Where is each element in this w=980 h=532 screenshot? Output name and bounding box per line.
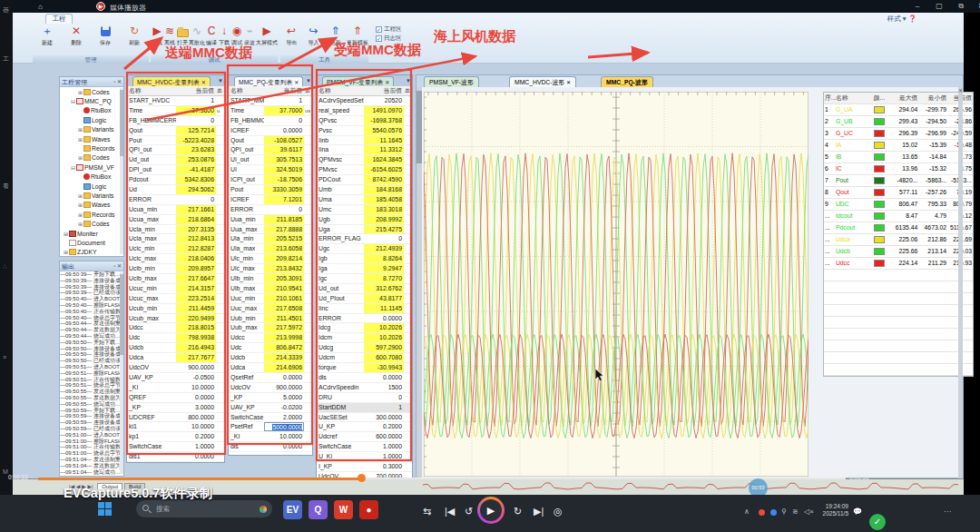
variable-row-Uclc_min[interactable]: Uclc_min212.8287 (127, 244, 224, 254)
variable-row-Udcm[interactable]: Udcm600.7080 (317, 353, 412, 363)
panel-tab[interactable]: MMC_PQ-变量列表✕ (234, 76, 303, 86)
variable-value[interactable]: 207.3135 (176, 225, 216, 234)
ribbon-button-新建[interactable]: ＋新建 (33, 25, 62, 54)
variable-row-ERROR[interactable]: ERROR0 (229, 205, 312, 215)
variable-row-Pout[interactable]: Pout-5223.4028 (127, 136, 224, 146)
tree-expander-icon[interactable]: ⊞ (77, 202, 83, 208)
variable-value[interactable]: 216.4943 (176, 343, 216, 352)
variable-row-PMvsc[interactable]: PMvsc-6154.6025 (317, 165, 412, 175)
taskbar-icon-netease[interactable]: ● (359, 500, 378, 519)
variable-row-Udcg[interactable]: Udcg597.2900 (317, 343, 412, 353)
wave-tab-MMC_HVDC-波形[interactable]: MMC_HVDC-波形 ✕ (509, 76, 576, 87)
legend-row-IA[interactable]: 4IA15.02-15.39-10.48 (824, 140, 973, 152)
variable-row-U_KP[interactable]: U_KP0.2000 (317, 422, 412, 432)
variable-row-Uuc_max[interactable]: Uuc_max217.6508 (229, 304, 312, 314)
variable-value[interactable]: 900.0000 (176, 363, 216, 372)
waveform-plot[interactable] (424, 92, 808, 477)
tree-item-MMC_PQ[interactable]: ⊟MMC_PQ (60, 96, 123, 105)
tray-clock[interactable]: 19:24:092025/11/5 (818, 503, 848, 517)
variable-row-START_HVDC[interactable]: START_HVDC1 (127, 96, 224, 106)
tree-item-Records[interactable]: Records (60, 143, 123, 153)
variable-row-Uclb_max[interactable]: Uclb_max217.6647 (127, 274, 224, 284)
minimize-button[interactable]: – (909, 1, 926, 12)
variable-row-SwitchCase[interactable]: SwitchCase1.0000 (127, 442, 224, 452)
variable-value[interactable]: 1 (364, 403, 404, 412)
variable-value[interactable]: 43.8177 (364, 294, 404, 303)
variable-row-_KP[interactable]: _KP3.0000 (127, 403, 224, 413)
variable-row-PsetRef[interactable]: PsetRef5000.0000 (229, 422, 312, 432)
variable-row-SwitchCase[interactable]: SwitchCase1.0000 (317, 442, 412, 452)
restore-button[interactable]: ▢ (931, 1, 947, 12)
variable-value[interactable]: 0.0000 (176, 452, 216, 461)
variable-value[interactable]: 8742.4590 (364, 175, 404, 184)
variable-value[interactable]: 0 (364, 234, 404, 243)
variable-value[interactable]: 798.9938 (176, 333, 216, 342)
checkbox-工程区[interactable]: ✓工程区 (376, 25, 402, 34)
variable-row-Udc[interactable]: Udc798.9938 (127, 333, 224, 343)
variable-row-kp1[interactable]: kp10.2000 (127, 432, 224, 442)
variable-row-Ulb_min[interactable]: Ulb_min205.3091 (229, 274, 312, 284)
variable-value[interactable]: 217.7677 (176, 353, 216, 362)
style-dropdown[interactable]: 样式 ▾ ❓ (887, 15, 916, 24)
variable-value[interactable]: -41.4187 (176, 165, 216, 174)
variable-value[interactable]: 210.9541 (264, 284, 304, 293)
variable-value[interactable]: 10.0000 (176, 422, 216, 431)
tree-expander-icon[interactable]: ⊞ (63, 249, 69, 255)
variable-value[interactable]: 20520 (364, 96, 404, 105)
variable-value[interactable]: 900.0000 (264, 383, 304, 392)
taskbar-search[interactable]: 搜索 (136, 500, 272, 517)
variable-value[interactable]: 208.9992 (364, 215, 404, 224)
variable-value[interactable]: 1.0000 (364, 442, 404, 451)
variable-value[interactable]: 1.0000 (364, 452, 404, 461)
variable-row-QPI_out[interactable]: QPI_out23.6283 (127, 145, 224, 155)
variable-row-Ucla_max[interactable]: Ucla_max212.8413 (127, 234, 224, 244)
variable-row-Udcref[interactable]: Udcref600.0000 (317, 432, 412, 442)
variable-value[interactable]: 7.1201 (264, 195, 304, 204)
variable-row-U_Ki[interactable]: U_Ki1.0000 (317, 452, 412, 462)
wave-tab-MMC_PQ-波形[interactable]: MMC_PQ-波形 (601, 76, 653, 87)
tray-chevron-icon[interactable]: ∧ (744, 507, 750, 516)
variable-value[interactable]: 300.0000 (364, 413, 404, 422)
tree-expander-icon[interactable]: ⊞ (77, 212, 83, 218)
legend-row-Udca[interactable]: ...Udca225.06212.86221.69 (824, 234, 973, 246)
variable-row-Igc[interactable]: Igc8.7270 (317, 274, 412, 284)
tray-av-icon[interactable] (759, 509, 765, 516)
legend-row-G_UB[interactable]: 2G_UB299.43-294.50-28.86 (824, 116, 973, 128)
repeat-off-button[interactable]: ◎ (554, 506, 563, 517)
variable-row-Qout[interactable]: Qout-108.0527 (229, 136, 312, 146)
variable-row-Ulb_max[interactable]: Ulb_max210.9541 (229, 284, 312, 294)
variable-row-UAV_KP[interactable]: UAV_KP-0.0500 (127, 373, 224, 383)
variable-value[interactable]: 223.2514 (176, 294, 216, 303)
variable-row-UAV_KP[interactable]: UAV_KP-0.0200 (229, 403, 312, 413)
variable-value[interactable]: 11.3312 (364, 145, 404, 154)
variable-row-_KP[interactable]: _KP5.0000 (229, 393, 312, 403)
variable-row-Uga[interactable]: Uga215.4275 (317, 225, 412, 235)
variable-value[interactable]: 212.8413 (176, 234, 216, 243)
variable-value[interactable]: 0 (364, 393, 404, 402)
variable-row-QREF[interactable]: QREF0.0000 (127, 393, 224, 403)
tree-item-Logic[interactable]: Logic (60, 182, 123, 191)
variable-row-I_KP[interactable]: I_KP0.3000 (317, 462, 412, 472)
variable-row-Iinc[interactable]: Iinc11.1145 (317, 304, 412, 314)
variable-value[interactable]: 184.8168 (364, 185, 404, 194)
variable-value[interactable]: 11.1645 (364, 136, 404, 145)
variable-row-FB_HBMMCER..[interactable]: FB_HBMMCER..0 (229, 116, 312, 126)
variable-row-Uub_max[interactable]: Uub_max217.5972 (229, 323, 312, 333)
variable-value[interactable]: 0.0000 (264, 442, 304, 451)
next-button[interactable]: ▶| (534, 506, 544, 517)
variable-row-Time[interactable]: Time37.7000us (229, 106, 312, 116)
ribbon-tab-project[interactable]: 工程 (45, 14, 73, 24)
variable-value[interactable]: 294.5062 (176, 185, 216, 194)
variable-value[interactable]: 324.5019 (264, 165, 304, 174)
variable-value[interactable]: 3330.3059 (264, 185, 304, 194)
variable-row-Umc[interactable]: Umc183.3018 (317, 205, 412, 215)
legend-row-Pout[interactable]: 7Pout-4820...-5863...-5143... (824, 175, 973, 187)
legend-row-G_UA[interactable]: 1G_UA294.04-299.79266.96 (824, 104, 973, 116)
variable-value[interactable]: 5540.0576 (364, 126, 404, 135)
tray-volume-icon[interactable]: ◁× (804, 507, 814, 516)
variable-row-Idcg[interactable]: Idcg10.2026 (317, 323, 412, 333)
variable-value[interactable]: -108.0527 (264, 136, 304, 145)
legend-row-Pdcout[interactable]: ...Pdcout6135.444673.025116.67 (824, 222, 973, 234)
variable-row-Uub_min[interactable]: Uub_min211.4501 (229, 314, 312, 324)
variable-value[interactable]: 0.0000 (364, 373, 404, 382)
